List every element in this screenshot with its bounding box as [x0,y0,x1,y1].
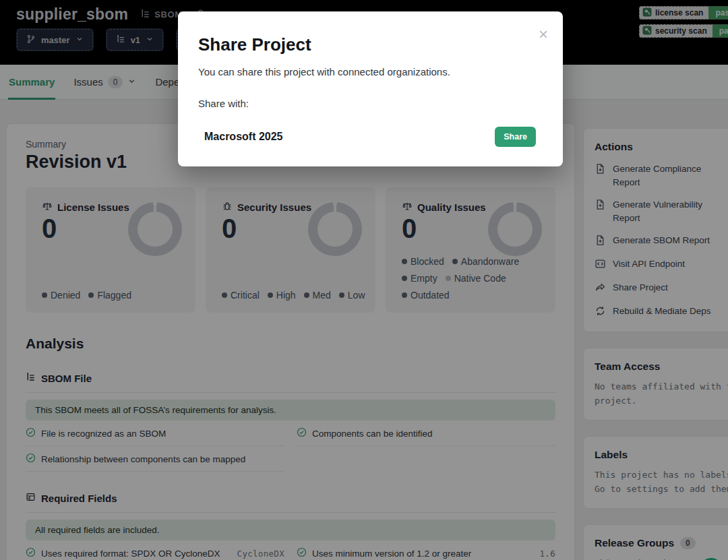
modal-title: Share Project [198,34,543,55]
organization-row: Macrosoft 2025 Share [198,127,543,147]
modal-description: You can share this project with connecte… [198,66,543,77]
app: { "header": { "project_title": "supplier… [0,0,728,560]
share-project-modal: × Share Project You can share this proje… [178,11,563,166]
share-button[interactable]: Share [495,127,536,147]
share-with-label: Share with: [198,98,543,109]
organization-name: Macrosoft 2025 [204,131,495,143]
close-icon[interactable]: × [539,28,548,41]
